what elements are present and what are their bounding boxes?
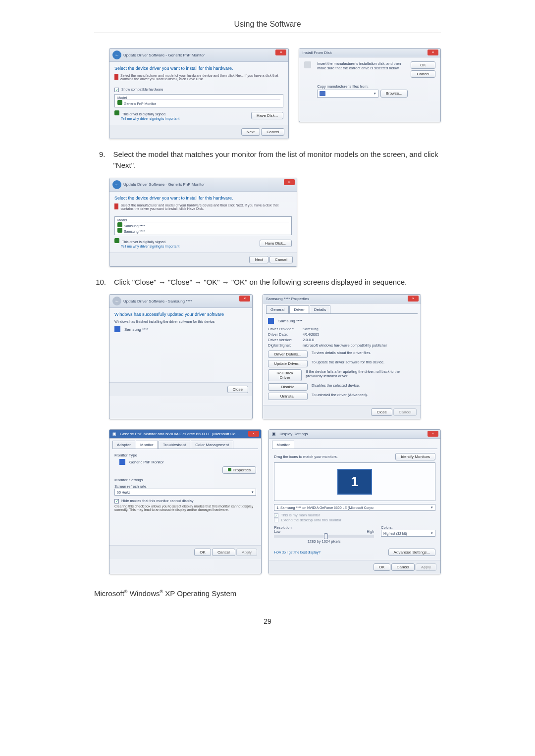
update-driver-button[interactable]: Update Driver... [268, 360, 308, 367]
close-icon[interactable]: × [284, 179, 295, 185]
device-name: Samsung **** [124, 327, 148, 332]
page-number: 29 [94, 617, 441, 625]
checkbox-compat[interactable] [114, 88, 119, 92]
model-listbox[interactable]: Model Generic PnP Monitor [114, 94, 283, 107]
device-dropdown[interactable]: 1. Samsung **** on NVIDIA GeForce 6600 L… [274, 504, 435, 511]
tab-row: Adapter Monitor Troubleshoot Color Manag… [112, 441, 258, 449]
screenshot-row-4: × ▣ Generic PnP Monitor and NVIDIA GeFor… [94, 429, 441, 574]
tab-details[interactable]: Details [310, 305, 330, 313]
close-icon[interactable]: × [408, 296, 419, 302]
chevron-down-icon: ▾ [252, 490, 254, 494]
app-icon: ▣ [272, 432, 276, 436]
tab-troubleshoot[interactable]: Troubleshoot [159, 441, 190, 449]
cancel-button[interactable]: Cancel [261, 128, 284, 136]
close-icon[interactable]: × [239, 296, 250, 302]
back-icon[interactable]: ← [112, 180, 121, 189]
window-update-driver-2: × ← Update Driver Software - Generic PnP… [109, 178, 297, 267]
checkbox-hide-modes[interactable] [114, 499, 119, 504]
rollback-button[interactable]: Roll Back Driver [268, 369, 302, 381]
cancel-button[interactable]: Cancel [269, 256, 293, 263]
close-icon[interactable]: × [248, 431, 259, 437]
next-button[interactable]: Next [249, 256, 268, 263]
tab-general[interactable]: General [266, 305, 289, 313]
ok-button[interactable]: OK [411, 61, 435, 69]
have-disk-button[interactable]: Have Disk... [260, 240, 292, 247]
cancel-button[interactable]: Cancel [391, 563, 415, 571]
step-number: 10. [94, 277, 114, 288]
step-number: 9. [94, 149, 113, 171]
window-title: Generic PnP Monitor and NVIDIA GeForce 6… [120, 432, 239, 436]
window-display-settings: × ▣ Display Settings Monitor Drag the ic… [268, 429, 441, 574]
uninstall-desc: To uninstall the driver (Advanced). [312, 393, 368, 400]
screenshot-row-3: × ← Update Driver Software - Samsung ***… [94, 294, 441, 419]
model-listbox[interactable]: Model Samsung **** Samsung **** [114, 216, 292, 235]
close-button[interactable]: Close [227, 386, 248, 393]
driver-details-button[interactable]: Driver Details... [268, 351, 308, 358]
back-icon[interactable]: ← [112, 50, 121, 59]
resolution-slider[interactable] [274, 535, 374, 538]
window-install-from-disk: × Install From Disk Insert the manufactu… [299, 48, 441, 122]
browse-button[interactable]: Browse... [380, 90, 408, 98]
tab-adapter[interactable]: Adapter [112, 441, 135, 449]
monitor-name: Generic PnP Monitor [129, 460, 163, 464]
main-monitor-label: This is my main monitor [281, 513, 320, 517]
disable-button[interactable]: Disable [268, 383, 308, 391]
tab-color[interactable]: Color Management [191, 441, 233, 449]
apply-button: Apply [236, 549, 257, 556]
model-item: Generic PnP Monitor [124, 102, 156, 105]
refresh-dropdown[interactable]: 60 Hertz▾ [114, 489, 256, 496]
path-dropdown[interactable]: ▾ [317, 90, 378, 98]
titlebar: ← Update Driver Software - Generic PnP M… [109, 49, 288, 62]
window-title: Update Driver Software - Generic PnP Mon… [123, 182, 205, 187]
subtext: Select the manufacturer and model of you… [120, 203, 292, 210]
titlebar: ← Update Driver Software - Generic PnP M… [109, 178, 297, 192]
tab-driver[interactable]: Driver [289, 305, 309, 313]
monitor-icon [119, 459, 125, 465]
step-text: Click "Close" → "Close" → "OK" → "OK" on… [114, 277, 407, 288]
show-compat-label: Show compatible hardware [121, 88, 163, 91]
tell-me-link[interactable]: Tell me why driver signing is important [121, 117, 179, 120]
ok-button[interactable]: OK [194, 549, 211, 556]
window-device-properties: × Samsung **** Properties General Driver… [263, 294, 421, 419]
signer-value: microsoft windows hardware compatibility… [303, 343, 387, 348]
cancel-button[interactable]: Cancel [411, 70, 435, 78]
tell-me-link[interactable]: Tell me why driver signing is important [121, 245, 179, 248]
cancel-button[interactable]: Cancel [212, 549, 235, 556]
ok-button[interactable]: OK [374, 563, 390, 571]
checkbox-extend [274, 518, 278, 522]
extend-label: Extend the desktop onto this monitor [281, 518, 341, 522]
next-button[interactable]: Next [241, 128, 260, 136]
close-icon[interactable]: × [428, 431, 438, 437]
shield-icon [228, 468, 231, 471]
close-icon[interactable]: × [275, 50, 286, 55]
step-text: Select the model that matches your monit… [113, 149, 441, 171]
resolution-label: Resolution: [274, 525, 374, 530]
footer-os-text: Microsoft® Windows® XP Operating System [94, 589, 441, 598]
window-title: Install From Disk [302, 50, 332, 55]
window-title: Update Driver Software - Samsung **** [123, 299, 192, 303]
window-title: Update Driver Software - Generic PnP Mon… [123, 53, 205, 57]
identify-button[interactable]: Identify Monitors [395, 453, 435, 460]
tab-monitor[interactable]: Monitor [136, 441, 158, 449]
advanced-button[interactable]: Advanced Settings... [388, 549, 435, 556]
cancel-button: Cancel [393, 408, 417, 416]
properties-button[interactable]: Properties [222, 466, 256, 474]
high-label: High [367, 530, 374, 533]
device-name: Samsung **** [278, 319, 302, 323]
tab-row: Monitor [272, 441, 437, 449]
version-value: 2.0.0.0 [303, 338, 314, 342]
monitor-preview[interactable]: 1 [337, 469, 372, 495]
uninstall-button[interactable]: Uninstall [268, 393, 308, 400]
checkbox-main-monitor [274, 513, 278, 518]
tab-monitor[interactable]: Monitor [272, 441, 294, 449]
close-icon[interactable]: × [428, 50, 438, 55]
best-display-link[interactable]: How do I get the best display? [274, 551, 321, 554]
details-desc: To view details about the driver files. [312, 351, 371, 358]
refresh-value: 60 Hertz [117, 491, 130, 494]
have-disk-button[interactable]: Have Disk... [251, 112, 283, 119]
monitor-type-label: Monitor Type [114, 453, 256, 457]
subtext: Select the manufacturer and model of you… [120, 74, 283, 81]
close-button[interactable]: Close [371, 408, 392, 416]
colors-dropdown[interactable]: Highest (32 bit)▾ [381, 530, 435, 537]
model-item: Samsung **** [124, 230, 145, 233]
